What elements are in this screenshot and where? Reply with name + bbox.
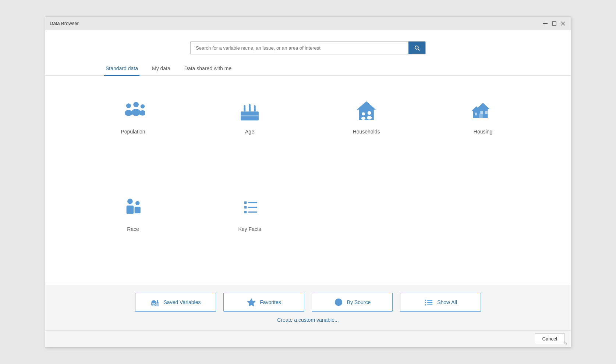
tab-my-data[interactable]: My data bbox=[151, 62, 172, 76]
svg-point-29 bbox=[127, 199, 133, 204]
race-label: Race bbox=[127, 226, 139, 232]
svg-rect-43 bbox=[157, 300, 158, 303]
data-browser-window: Data Browser bbox=[45, 17, 571, 347]
categories-grid: Population bbox=[45, 83, 571, 285]
svg-rect-50 bbox=[425, 300, 426, 301]
close-button[interactable] bbox=[560, 20, 566, 27]
saved-variables-icon bbox=[151, 297, 160, 307]
search-bar bbox=[190, 41, 426, 54]
show-all-icon bbox=[424, 297, 433, 307]
population-label: Population bbox=[121, 129, 145, 135]
svg-rect-53 bbox=[427, 302, 433, 303]
svg-rect-13 bbox=[254, 107, 256, 111]
svg-rect-35 bbox=[244, 206, 247, 209]
svg-rect-54 bbox=[425, 304, 426, 305]
saved-variables-button[interactable]: Saved Variables bbox=[135, 293, 216, 312]
search-icon bbox=[414, 44, 420, 51]
svg-point-16 bbox=[254, 105, 256, 108]
svg-point-15 bbox=[249, 104, 251, 106]
by-source-icon bbox=[334, 297, 343, 307]
favorites-button[interactable]: Favorites bbox=[223, 293, 304, 312]
window-title: Data Browser bbox=[50, 21, 79, 26]
svg-rect-37 bbox=[244, 211, 247, 214]
svg-marker-18 bbox=[357, 101, 376, 119]
category-population[interactable]: Population bbox=[75, 90, 191, 181]
svg-marker-44 bbox=[248, 299, 255, 306]
main-content: Standard data My data Data shared with m… bbox=[45, 30, 571, 285]
cancel-button[interactable]: Cancel bbox=[535, 333, 565, 344]
svg-rect-0 bbox=[543, 23, 548, 24]
housing-icon bbox=[470, 98, 496, 124]
svg-rect-51 bbox=[427, 300, 433, 301]
minimize-button[interactable] bbox=[542, 20, 549, 27]
svg-rect-28 bbox=[479, 113, 483, 118]
window-footer: Cancel bbox=[45, 330, 571, 347]
svg-rect-26 bbox=[485, 111, 488, 114]
population-icon bbox=[120, 98, 146, 124]
age-label: Age bbox=[245, 129, 254, 135]
svg-point-21 bbox=[368, 111, 371, 115]
tab-data-shared[interactable]: Data shared with me bbox=[183, 62, 233, 76]
category-age[interactable]: Age bbox=[191, 90, 308, 181]
svg-rect-33 bbox=[244, 201, 247, 204]
svg-point-8 bbox=[141, 104, 145, 108]
households-label: Households bbox=[353, 129, 380, 135]
svg-rect-55 bbox=[427, 304, 433, 305]
title-bar: Data Browser bbox=[45, 17, 571, 30]
tab-standard-data[interactable]: Standard data bbox=[104, 62, 139, 76]
svg-rect-38 bbox=[248, 211, 257, 213]
search-area bbox=[45, 30, 571, 62]
svg-rect-52 bbox=[425, 302, 426, 303]
window-controls bbox=[542, 20, 566, 27]
svg-point-20 bbox=[361, 117, 365, 119]
svg-point-22 bbox=[367, 116, 372, 119]
svg-point-19 bbox=[362, 112, 365, 115]
category-keyfacts[interactable]: Key Facts bbox=[191, 188, 308, 278]
svg-rect-32 bbox=[135, 207, 141, 213]
svg-rect-17 bbox=[241, 115, 259, 116]
svg-point-5 bbox=[125, 110, 132, 116]
svg-point-14 bbox=[244, 105, 245, 108]
show-all-label: Show All bbox=[437, 299, 457, 305]
maximize-button[interactable] bbox=[551, 20, 557, 27]
create-custom-link[interactable]: Create a custom variable... bbox=[277, 317, 339, 323]
category-housing[interactable]: Housing bbox=[425, 90, 541, 181]
saved-variables-label: Saved Variables bbox=[164, 299, 201, 305]
bottom-bar: Saved Variables Favorites By Source bbox=[45, 285, 571, 330]
svg-rect-34 bbox=[248, 202, 257, 203]
svg-rect-36 bbox=[248, 207, 257, 208]
favorites-icon bbox=[247, 297, 256, 307]
keyfacts-label: Key Facts bbox=[238, 226, 261, 232]
search-input[interactable] bbox=[191, 42, 408, 54]
age-icon bbox=[237, 98, 263, 124]
keyfacts-icon bbox=[237, 195, 263, 221]
svg-rect-11 bbox=[244, 107, 245, 111]
housing-label: Housing bbox=[474, 129, 492, 135]
favorites-label: Favorites bbox=[260, 299, 281, 305]
resize-handle[interactable]: ↘ bbox=[563, 340, 569, 346]
svg-rect-1 bbox=[552, 22, 556, 25]
svg-point-41 bbox=[151, 300, 156, 304]
category-households[interactable]: Households bbox=[308, 90, 425, 181]
households-icon bbox=[354, 98, 379, 124]
tab-bar: Standard data My data Data shared with m… bbox=[45, 62, 571, 76]
svg-point-7 bbox=[131, 108, 140, 116]
svg-rect-30 bbox=[127, 206, 134, 214]
svg-point-31 bbox=[135, 201, 139, 205]
by-source-label: By Source bbox=[347, 299, 371, 305]
svg-point-4 bbox=[126, 103, 131, 108]
bottom-buttons: Saved Variables Favorites By Source bbox=[67, 293, 549, 312]
by-source-button[interactable]: By Source bbox=[312, 293, 393, 312]
svg-point-6 bbox=[133, 102, 139, 107]
search-button[interactable] bbox=[408, 42, 425, 54]
svg-rect-27 bbox=[475, 113, 477, 115]
show-all-button[interactable]: Show All bbox=[400, 293, 481, 312]
race-icon bbox=[120, 195, 146, 221]
svg-rect-12 bbox=[249, 106, 251, 111]
category-race[interactable]: Race bbox=[75, 188, 191, 278]
